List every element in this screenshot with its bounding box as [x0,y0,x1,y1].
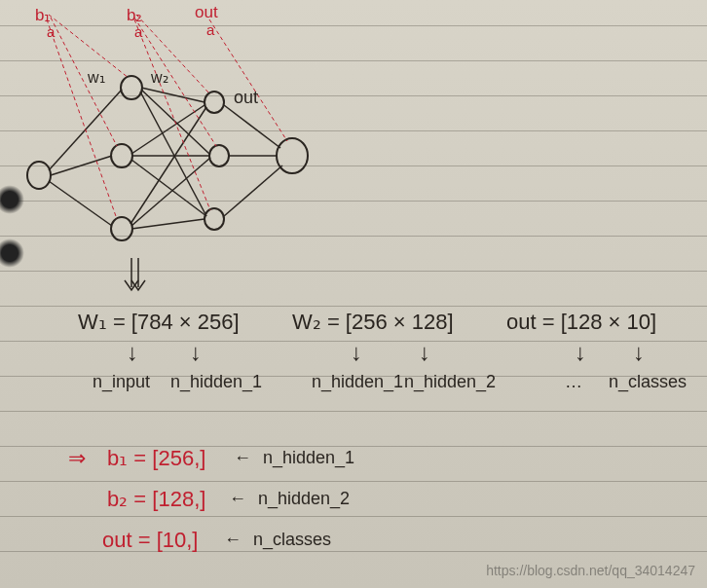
svg-line-24 [51,18,117,146]
svg-line-27 [134,18,216,146]
svg-line-11 [141,88,205,102]
down-arrow-icon: ↓ [190,339,202,366]
svg-point-0 [27,162,51,189]
svg-line-26 [136,15,209,93]
svg-line-17 [130,107,206,224]
svg-point-4 [205,92,224,113]
svg-line-20 [224,105,280,148]
svg-line-28 [134,19,210,210]
down-arrow-icon: ↓ [633,339,645,366]
b1-rhs: n_hidden_1 [263,448,354,468]
svg-line-14 [131,105,205,154]
svg-point-3 [111,217,132,240]
left-arrow-icon: ← [224,530,242,550]
svg-point-5 [209,145,229,166]
svg-point-1 [121,76,142,99]
implies-arrow-icon: ⇒ [68,446,86,471]
label-n-hidden1-a: n_hidden_1 [170,372,262,392]
label-w1: w₁ [88,68,105,87]
nn-diagram [0,0,707,312]
label-out-side: out [234,88,258,108]
label-n-hidden2: n_hidden_2 [404,372,496,392]
svg-point-2 [111,144,132,167]
label-w2: w₂ [151,68,168,87]
label-a1: a [47,23,55,40]
svg-point-6 [205,208,224,230]
label-a2: a [134,23,142,40]
label-n-classes: n_classes [609,372,687,392]
down-arrow-icon: ↓ [575,339,586,366]
left-arrow-icon: ← [234,448,251,468]
left-arrow-icon: ← [229,489,246,509]
label-b1: b₁ [35,5,51,25]
svg-line-25 [47,19,117,219]
out-bias-expression: out = [10,] [102,528,198,553]
label-ellipsis: … [565,372,582,392]
b2-rhs: n_hidden_2 [258,489,350,509]
w2-expression: W₂ = [256 × 128] [292,310,454,335]
label-n-input: n_input [93,372,150,392]
b2-expression: b₂ = [128,] [107,487,205,512]
svg-line-19 [131,219,205,229]
svg-line-22 [224,165,282,216]
down-arrow-icon: ↓ [419,339,430,366]
svg-line-10 [49,181,112,226]
svg-point-7 [277,138,308,173]
label-b2: b₂ [127,5,142,25]
b1-expression: b₁ = [256,] [107,446,205,471]
label-a3: a [206,21,214,38]
out-expression: out = [128 × 10] [506,310,656,335]
w1-expression: W₁ = [784 × 256] [78,310,240,335]
label-out-top: out [195,3,218,22]
down-arrow-icon: ↓ [351,339,362,366]
label-n-hidden1-b: n_hidden_1 [312,372,403,392]
out-bias-rhs: n_classes [253,530,331,550]
down-arrow-icon: ↓ [127,339,138,366]
svg-line-16 [131,160,206,216]
watermark-text: https://blog.csdn.net/qq_34014247 [486,563,695,578]
